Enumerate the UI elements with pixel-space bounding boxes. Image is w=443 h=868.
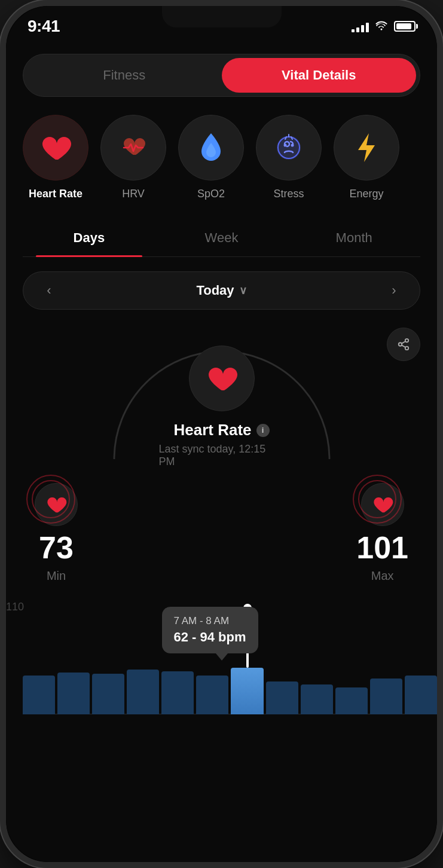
svg-point-0 [277,136,301,160]
stats-row: 73 Min 101 Max [23,483,420,583]
metric-stress[interactable]: Stress [256,115,322,200]
signal-icon [352,20,369,32]
date-chevron-icon[interactable]: ∨ [239,284,247,297]
period-tabs: Days Week Month [23,222,420,257]
date-next-button[interactable]: › [385,283,403,298]
status-time: 9:41 [28,17,60,36]
tab-vital-details[interactable]: Vital Details [222,58,417,93]
chart-bar-group-4[interactable] [127,625,159,714]
gauge-sync-text: Last sync today, 12:15 PM [159,443,285,468]
phone-inner: 9:41 [6,6,437,862]
metric-energy-label: Energy [349,188,383,200]
chart-bar-group-1[interactable] [23,625,55,714]
date-navigator: ‹ Today ∨ › [23,271,420,310]
period-tab-days[interactable]: Days [23,222,155,256]
svg-point-1 [284,144,287,147]
notch [162,6,282,27]
stat-min: 73 Min [35,483,78,583]
gauge-title-text: Heart Rate [173,421,251,439]
chart-tooltip: 7 AM - 8 AM 62 - 94 bpm [162,607,258,653]
chart-tooltip-time: 7 AM - 8 AM [174,615,246,627]
share-button[interactable] [387,328,420,361]
app-content: Fitness Vital Details Heart Rate [6,54,437,583]
status-icons [352,20,415,33]
stat-max-value: 101 [356,532,408,563]
metric-hrv-label: HRV [122,188,145,200]
stat-max: 101 Max [356,483,408,583]
chart-bar-group-3[interactable] [92,625,124,714]
stat-min-label: Min [47,569,66,583]
svg-line-7 [402,341,405,344]
tab-fitness[interactable]: Fitness [27,58,222,93]
chart-bar-group-12[interactable] [405,625,437,714]
chart-y-label: 110 [6,601,24,613]
chart-bar-group-10[interactable] [335,625,368,714]
date-prev-button[interactable]: ‹ [40,283,58,298]
tab-switcher: Fitness Vital Details [23,54,420,97]
metric-heart-rate[interactable]: Heart Rate [23,115,88,200]
gauge-container: Heart Rate i Last sync today, 12:15 PM [23,328,420,583]
battery-icon [394,21,415,32]
metric-spo2[interactable]: SpO2 [178,115,244,200]
chart-bar-group-2[interactable] [57,625,90,714]
chart-bar-group-8[interactable] [266,625,298,714]
svg-point-2 [291,144,294,147]
wifi-icon [375,20,388,33]
chart-tooltip-value: 62 - 94 bpm [174,629,246,645]
stat-max-icon [361,483,404,526]
gauge-arc: Heart Rate i Last sync today, 12:15 PM [96,328,347,471]
metric-heart-rate-label: Heart Rate [29,188,83,200]
gauge-heart-icon-circle [189,346,255,411]
metric-spo2-label: SpO2 [197,188,225,200]
metric-energy[interactable]: Energy [334,115,399,200]
date-current-label: Today [196,283,234,298]
metrics-row: Heart Rate HRV [23,115,420,200]
stat-min-value: 73 [39,532,74,563]
stat-max-label: Max [371,569,394,583]
chart-bar-group-9[interactable] [301,625,333,714]
chart-area: 110 7 AM - 8 AM 62 - 94 bpm [6,595,437,714]
gauge-center: Heart Rate i Last sync today, 12:15 PM [159,346,285,468]
info-badge[interactable]: i [256,424,270,437]
chart-bar-group-11[interactable] [370,625,402,714]
metric-hrv[interactable]: HRV [100,115,166,200]
stat-min-icon [35,483,78,526]
period-tab-week[interactable]: Week [155,222,288,256]
svg-line-6 [402,345,405,347]
period-tab-month[interactable]: Month [288,222,420,256]
phone-frame: 9:41 [0,0,443,868]
metric-stress-label: Stress [273,188,304,200]
